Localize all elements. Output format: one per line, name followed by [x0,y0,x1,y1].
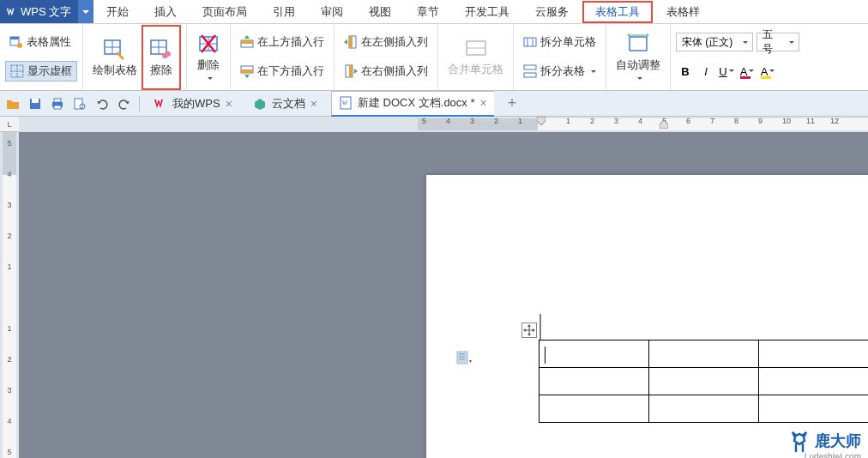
draw-table-label: 绘制表格 [93,63,137,78]
delete-button[interactable]: 删除 [192,28,225,87]
close-icon[interactable]: × [480,96,487,110]
workspace: L 5 4 3 2 1 1 2 3 4 5 5 4 3 2 1 1 2 3 4 … [0,117,868,458]
redo-button[interactable] [117,96,132,111]
paragraph-options-button[interactable] [456,350,473,367]
insert-right-button[interactable]: 在右侧插入列 [340,62,432,81]
svg-rect-47 [457,352,467,364]
split-cells-label: 拆分单元格 [540,34,596,50]
show-frame-button[interactable]: 显示虚框 [5,61,77,81]
doctab-active[interactable]: 新建 DOCX 文档.docx * × [331,91,494,117]
table-row[interactable] [539,368,869,395]
indent-marker-right[interactable] [660,117,668,129]
erase-button[interactable]: 擦除 [145,28,178,87]
print-button[interactable] [50,96,65,111]
doctab-cloud[interactable]: 云文档 × [246,91,324,117]
insert-below-button[interactable]: 在下方插入行 [236,62,329,81]
autofit-button[interactable]: 自动调整 [612,27,665,86]
table-cell[interactable] [539,368,649,395]
table-cell[interactable] [539,395,649,423]
font-size-select[interactable]: 五号 [756,33,799,51]
ruler-corner: L [0,117,19,132]
autofit-label: 自动调整 [616,57,660,73]
split-table-button[interactable]: 拆分表格 [519,62,600,81]
app-dropdown[interactable] [78,0,93,23]
undo-button[interactable] [94,96,110,111]
ribbon-group-format: 宋体 (正文) 五号 B I U A A [671,24,805,90]
merge-cells-button: 合并单元格 [443,27,508,86]
indent-marker-left[interactable] [537,117,546,129]
app-badge[interactable]: WPS 文字 [0,0,78,23]
delete-icon [196,32,220,56]
table-move-handle[interactable] [521,322,537,338]
menu-tab-references[interactable]: 引用 [260,0,308,23]
table-cell[interactable] [758,340,868,368]
merge-cells-label: 合并单元格 [448,62,503,77]
erase-label: 擦除 [150,63,172,78]
svg-rect-19 [241,40,253,44]
italic-button[interactable]: I [696,62,715,81]
insert-above-button[interactable]: 在上方插入行 [236,33,329,51]
ribbon-group-insert: 在上方插入行 在下方插入行 [231,24,335,90]
split-cells-button[interactable]: 拆分单元格 [519,33,600,51]
draw-table-button[interactable]: 绘制表格 [88,28,142,87]
table-cell[interactable] [539,340,649,368]
table-cell[interactable] [648,395,758,423]
ribbon-group-autofit: 自动调整 [606,24,671,90]
table-cell[interactable] [758,395,868,423]
insert-left-icon [344,35,358,49]
bold-button[interactable]: B [676,62,695,81]
menu-tab-table-style[interactable]: 表格样 [654,0,705,23]
underline-button[interactable]: U [717,62,736,81]
table-cell[interactable] [648,340,758,368]
insert-left-button[interactable]: 在左侧插入列 [340,33,432,51]
delete-label: 删除 [197,57,220,73]
menu-tab-home[interactable]: 开始 [93,0,142,23]
svg-rect-31 [524,65,536,69]
show-frame-label: 显示虚框 [27,63,72,79]
canvas-area[interactable]: 5 4 3 2 1 1 2 3 4 5 6 7 8 9 10 11 12 [19,117,868,458]
table-cell[interactable] [648,368,758,395]
close-icon[interactable]: × [226,97,232,111]
menu-tabs: 开始 插入 页面布局 引用 审阅 视图 章节 开发工具 云服务 表格工具 表格样 [93,0,868,23]
print-preview-button[interactable] [72,96,87,111]
font-color-button[interactable]: A [738,62,756,81]
svg-rect-21 [241,69,253,73]
table-properties-icon [9,35,23,49]
close-icon[interactable]: × [310,97,317,111]
svg-rect-36 [32,99,39,103]
highlight-button[interactable]: A [758,62,777,81]
doctab-add[interactable]: + [501,91,524,117]
svg-rect-42 [341,97,351,109]
document-table[interactable] [539,340,868,423]
ribbon-group-split: 拆分单元格 拆分表格 [514,24,606,90]
svg-rect-1 [10,37,19,39]
vertical-ruler: L 5 4 3 2 1 1 2 3 4 5 [0,117,19,458]
show-frame-icon [10,64,24,78]
autofit-icon [626,32,650,56]
font-name-select[interactable]: 宋体 (正文) [676,33,753,51]
menu-tab-chapter[interactable]: 章节 [404,0,452,23]
svg-rect-25 [349,65,353,77]
open-button[interactable] [5,96,21,111]
quick-access-bar: 我的WPS × 云文档 × 新建 DOCX 文档.docx * × + [0,91,868,117]
menu-tab-layout[interactable]: 页面布局 [190,0,260,23]
save-button[interactable] [27,96,43,111]
table-cell[interactable] [758,368,868,395]
menu-tab-view[interactable]: 视图 [356,0,404,23]
ribbon-group-merge: 合并单元格 [438,24,514,90]
split-table-icon [523,64,537,78]
table-row[interactable] [539,395,869,423]
title-bar: WPS 文字 开始 插入 页面布局 引用 审阅 视图 章节 开发工具 云服务 表… [0,0,868,24]
insert-above-icon [240,35,254,49]
menu-tab-insert[interactable]: 插入 [142,0,190,23]
menu-tab-cloud[interactable]: 云服务 [522,0,582,23]
table-properties-button[interactable]: 表格属性 [5,33,75,51]
wps-tab-icon [154,97,167,111]
table-row[interactable] [539,340,869,368]
watermark: 鹿大师 Ludashiwj.com [787,429,861,453]
menu-tab-review[interactable]: 审阅 [308,0,356,23]
menu-tab-table-tools[interactable]: 表格工具 [582,1,653,23]
menu-tab-devtools[interactable]: 开发工具 [452,0,522,23]
ribbon-group-properties: 表格属性 显示虚框 [0,24,83,90]
doctab-mywps[interactable]: 我的WPS × [147,91,239,117]
